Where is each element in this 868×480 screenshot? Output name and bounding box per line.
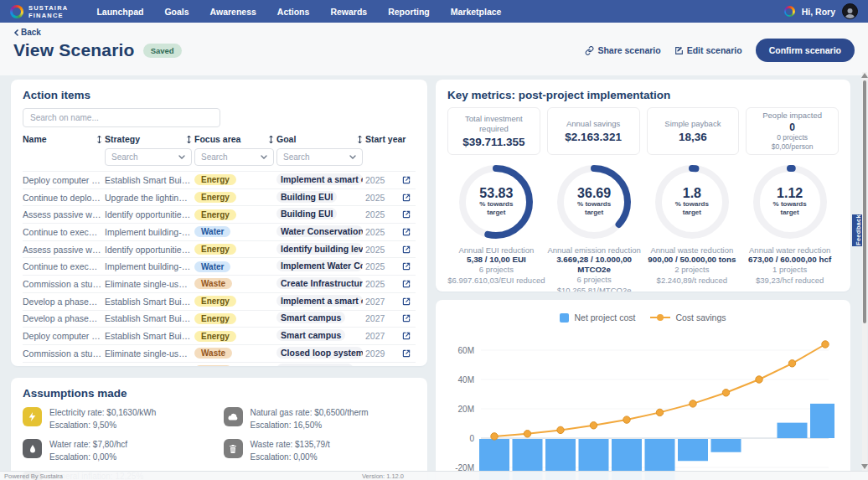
open-action-icon[interactable] — [401, 193, 411, 203]
legend-net-project-cost[interactable]: Net project cost — [560, 312, 635, 323]
nav-item-launchpad[interactable]: Launchpad — [96, 7, 143, 17]
scroll-up-arrow-icon[interactable] — [861, 73, 868, 78]
scrollbar-thumb[interactable] — [863, 80, 866, 323]
action-strategy-link[interactable]: Identify opportunities fo... — [105, 245, 192, 255]
action-strategy-link[interactable]: Eliminate single-use pl... — [105, 348, 192, 359]
goal-label: Implement a smart cam — [276, 295, 363, 307]
nav-item-awareness[interactable]: Awareness — [210, 7, 256, 17]
gauge-1: 36.69% towardstargetAnnual emission redu… — [545, 162, 643, 292]
open-action-icon[interactable] — [401, 297, 411, 307]
focus-area-filter-select[interactable]: Search — [194, 148, 274, 166]
version-text: Version: 1.12.0 — [362, 472, 404, 480]
action-name-link[interactable]: Assess passive window ... — [23, 209, 102, 219]
open-action-icon[interactable] — [401, 245, 411, 255]
sort-icon[interactable] — [186, 135, 192, 144]
focus-area-badge: Energy — [194, 174, 236, 185]
table-row: Continue implementati...Expand the centr… — [23, 362, 416, 366]
gauge-cost-per-unit: $2.240,89/t reduced — [657, 276, 728, 286]
scroll-down-arrow-icon[interactable] — [861, 464, 868, 469]
start-year: 2025 — [365, 209, 399, 219]
metric-simple-payback: Simple payback 18,36 — [647, 107, 740, 155]
nav-item-actions[interactable]: Actions — [277, 7, 310, 17]
start-year: 2025 — [365, 227, 399, 237]
cloud-icon — [224, 407, 243, 426]
gauge-metric-name: Annual waste reduction — [650, 245, 733, 255]
sort-icon[interactable] — [357, 135, 363, 144]
gauge-cost-per-unit: $10.265,81/MTCO2e reduced — [545, 286, 643, 292]
action-name-link[interactable]: Commission a study on... — [23, 348, 102, 359]
column-header-name[interactable]: Name — [23, 134, 102, 144]
gauge-sub-label: % towardstarget — [773, 200, 807, 218]
gauge-progress-values: 900,00 / 50.000,00 tons — [648, 255, 736, 265]
open-action-icon[interactable] — [401, 279, 411, 289]
legend-cost-savings[interactable]: Cost savings — [650, 312, 726, 323]
table-row: Deploy computer powe...Establish Smart B… — [23, 327, 416, 344]
back-button[interactable]: Back — [13, 28, 41, 37]
open-action-icon[interactable] — [401, 365, 411, 366]
goal-label: Water Conservation — [276, 225, 363, 237]
open-action-icon[interactable] — [401, 175, 411, 185]
metric-annual-savings: Annual savings $2.163.321 — [547, 107, 640, 155]
action-name-link[interactable]: Continue implementati... — [23, 365, 102, 366]
action-strategy-link[interactable]: Establish Smart Buildin... — [105, 331, 192, 341]
brand-logo[interactable]: SUSTAIRA FINANCE — [10, 4, 68, 19]
open-action-icon[interactable] — [401, 227, 411, 237]
nav-item-rewards[interactable]: Rewards — [330, 7, 367, 17]
action-strategy-link[interactable]: Establish Smart Buildin... — [105, 175, 192, 185]
column-header-focus-area[interactable]: Focus area — [194, 134, 274, 144]
action-name-link[interactable]: Deploy computer powe... — [23, 175, 102, 185]
open-action-icon[interactable] — [401, 348, 411, 359]
action-strategy-link[interactable]: Implement building-sc... — [105, 261, 192, 271]
nav-item-marketplace[interactable]: Marketplace — [451, 7, 502, 17]
edit-scenario-button[interactable]: Edit scenario — [674, 45, 742, 55]
gauge-sub-label: % towardstarget — [479, 200, 513, 218]
search-input[interactable] — [23, 108, 220, 127]
open-action-icon[interactable] — [401, 209, 411, 219]
gauge-projects-count: 6 projects — [577, 275, 612, 285]
gauge-value: 36.69 — [577, 187, 611, 200]
open-action-icon[interactable] — [401, 261, 411, 271]
action-items-card: Action items Name Strategy Focus area Go… — [11, 80, 427, 366]
action-strategy-link[interactable]: Expand the centralized ... — [105, 365, 192, 366]
gauge-metric-name: Annual water reduction — [749, 245, 830, 255]
action-name-link[interactable]: Continue to deploy LED ... — [23, 193, 102, 203]
column-header-strategy[interactable]: Strategy — [105, 134, 192, 144]
open-action-icon[interactable] — [401, 313, 411, 323]
action-name-link[interactable]: Commission a study on... — [23, 279, 102, 289]
share-scenario-button[interactable]: Share scenario — [585, 45, 660, 55]
action-name-link[interactable]: Develop a phased impl... — [23, 313, 102, 323]
user-avatar[interactable] — [842, 3, 858, 19]
open-action-icon[interactable] — [401, 331, 411, 341]
action-name-link[interactable]: Continue to execute lo... — [23, 261, 102, 271]
action-strategy-link[interactable]: Eliminate single-use pl... — [105, 279, 192, 289]
confirm-scenario-button[interactable]: Confirm scenario — [756, 39, 855, 62]
trash-icon — [224, 439, 243, 458]
strategy-filter-select[interactable]: Search — [105, 148, 192, 166]
sort-icon[interactable] — [96, 135, 102, 144]
action-name-link[interactable]: Assess passive window ... — [23, 245, 102, 255]
powered-by-text: Powered By Sustaira — [4, 472, 63, 480]
action-name-link[interactable]: Continue to execute lo... — [23, 227, 102, 237]
action-strategy-link[interactable]: Identify opportunities fo... — [105, 209, 192, 219]
assumptions-title: Assumptions made — [23, 387, 416, 400]
start-year: 2027 — [365, 313, 399, 323]
sort-icon[interactable] — [268, 135, 274, 144]
action-strategy-link[interactable]: Upgrade the lighting & ... — [105, 193, 192, 203]
action-strategy-link[interactable]: Establish Smart Buildin... — [105, 297, 192, 307]
action-name-link[interactable]: Deploy computer powe... — [23, 331, 102, 341]
nav-item-goals[interactable]: Goals — [164, 7, 189, 17]
column-header-goal[interactable]: Goal — [276, 134, 363, 144]
gauge-progress-values: 5,38 / 10,00 EUI — [467, 255, 526, 265]
start-year: 2027 — [365, 297, 399, 307]
nav-item-reporting[interactable]: Reporting — [388, 7, 430, 17]
action-strategy-link[interactable]: Establish Smart Buildin... — [105, 313, 192, 323]
chevron-down-icon — [178, 155, 185, 159]
svg-text:60M: 60M — [458, 346, 474, 355]
goal-filter-select[interactable]: Search — [276, 148, 363, 166]
table-row: Assess passive window ...Identify opport… — [23, 205, 416, 223]
start-year: 2025 — [365, 261, 399, 271]
action-name-link[interactable]: Develop a phased impl... — [23, 297, 102, 307]
action-strategy-link[interactable]: Implement building-sc... — [105, 227, 192, 237]
goal-label: Closed loop systems — [276, 347, 363, 359]
svg-text:0: 0 — [469, 434, 474, 443]
